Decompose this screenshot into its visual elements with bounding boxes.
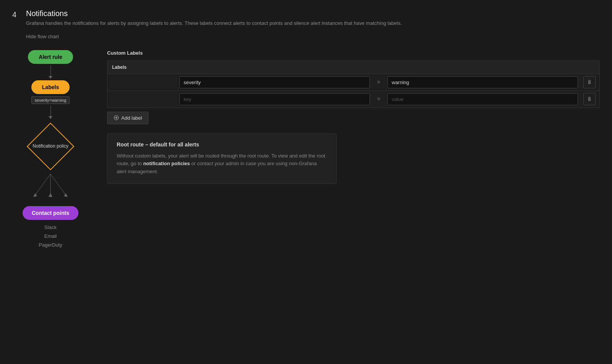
multi-arrow-svg	[28, 174, 73, 205]
row2-value-input[interactable]	[387, 93, 578, 105]
section-description: Grafana handles the notifications for al…	[26, 20, 600, 27]
labels-node: Labels	[31, 80, 70, 94]
notification-policy-label: Notification policy	[33, 143, 68, 150]
delete-row2-button[interactable]	[583, 93, 596, 105]
eq-sign-1: =	[373, 79, 384, 85]
row1-key-input[interactable]	[179, 76, 370, 88]
plus-circle-icon	[114, 115, 119, 120]
section-title: Notifications	[26, 9, 600, 18]
svg-line-0	[35, 174, 50, 195]
flow-chart: Alert rule Labels severity=warning Notif…	[12, 50, 89, 250]
add-label-text: Add label	[121, 115, 142, 121]
arrow-line-2	[50, 106, 51, 116]
svg-marker-3	[49, 193, 52, 197]
contact-email: Email	[44, 232, 57, 240]
hide-flow-chart-link[interactable]: Hide flow chart	[26, 34, 59, 39]
arrow-head-2	[49, 116, 52, 119]
section-header: 4 Notifications Grafana handles the noti…	[12, 9, 600, 47]
labels-header-row: Labels	[107, 61, 599, 74]
contact-pagerduty: PagerDuty	[39, 240, 62, 249]
labels-row-2: =	[107, 91, 599, 107]
contact-points-node: Contact points	[23, 206, 78, 220]
labels-col-header: Labels	[107, 61, 176, 74]
arrow-2	[49, 106, 52, 119]
trash-icon-2	[587, 96, 592, 102]
root-route-title: Root route – default for all alerts	[117, 141, 327, 148]
notification-policy-wrapper: Notification policy	[28, 123, 73, 169]
label-badge: severity=warning	[31, 96, 70, 104]
svg-line-4	[50, 174, 66, 195]
main-layout: Alert rule Labels severity=warning Notif…	[12, 50, 600, 250]
right-panel: Custom Labels Labels =	[107, 50, 600, 184]
arrow-line-1	[50, 65, 51, 76]
multi-arrow	[28, 174, 73, 205]
svg-marker-1	[33, 193, 37, 197]
svg-marker-5	[64, 193, 68, 197]
section-number: 4	[12, 9, 20, 20]
root-route-description: Without custom labels, your alert will b…	[117, 152, 327, 176]
labels-row-1: =	[107, 74, 599, 91]
row1-value-input[interactable]	[387, 76, 578, 88]
contact-list: Slack Email PagerDuty	[39, 223, 62, 250]
notification-policies-link[interactable]: notification policies	[143, 161, 190, 166]
section-content: Notifications Grafana handles the notifi…	[26, 9, 600, 47]
root-route-box: Root route – default for all alerts With…	[107, 133, 337, 184]
labels-table: Labels =	[107, 60, 600, 108]
notification-policy-text: Notification policy	[28, 123, 73, 169]
delete-row1-button[interactable]	[583, 76, 596, 88]
custom-labels-section: Custom Labels Labels =	[107, 50, 600, 124]
contact-slack: Slack	[44, 223, 57, 232]
add-label-button[interactable]: Add label	[107, 112, 148, 124]
custom-labels-title: Custom Labels	[107, 50, 600, 56]
alert-rule-node: Alert rule	[28, 50, 73, 64]
row2-key-input[interactable]	[179, 93, 370, 105]
trash-icon-1	[587, 80, 592, 85]
arrow-head-1	[49, 76, 52, 79]
eq-sign-2: =	[373, 96, 384, 102]
arrow-1	[49, 65, 52, 79]
